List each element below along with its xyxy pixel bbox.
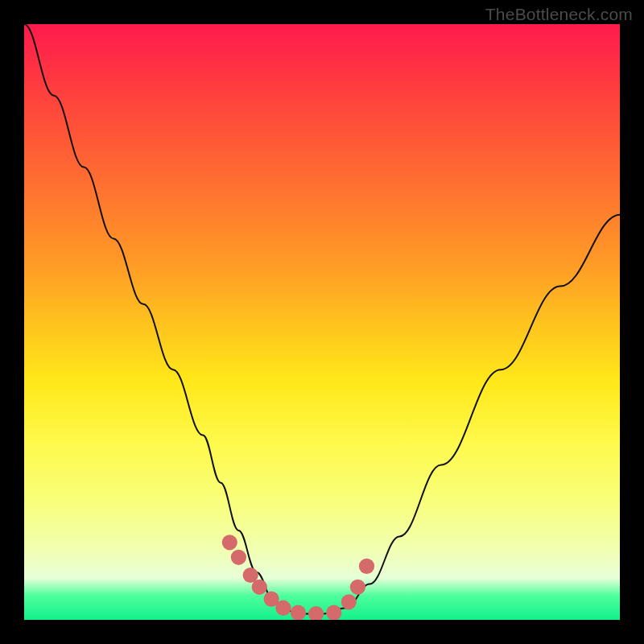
marker-dot bbox=[326, 605, 341, 621]
chart-svg bbox=[24, 24, 620, 620]
marker-dot bbox=[252, 580, 267, 595]
marker-dot bbox=[275, 601, 291, 616]
marker-dots bbox=[222, 535, 374, 620]
marker-dot bbox=[350, 580, 365, 595]
marker-dot bbox=[308, 606, 324, 620]
bottleneck-curve bbox=[24, 24, 620, 614]
marker-dot bbox=[222, 535, 237, 550]
marker-dot bbox=[231, 550, 246, 565]
marker-dot bbox=[359, 559, 374, 574]
marker-dot bbox=[341, 594, 357, 609]
watermark-text: TheBottleneck.com bbox=[485, 5, 633, 24]
plot-area bbox=[24, 24, 620, 620]
marker-dot bbox=[291, 605, 306, 621]
